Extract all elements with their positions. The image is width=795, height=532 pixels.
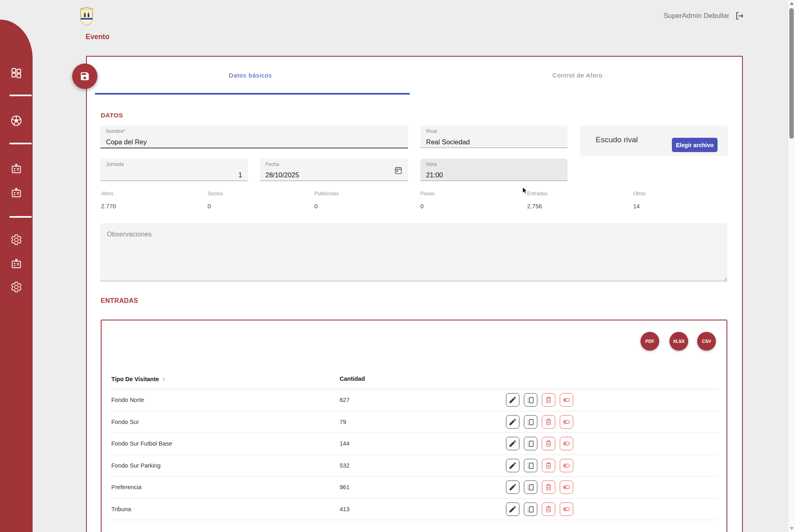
edit-row-button[interactable] <box>506 437 519 450</box>
sidebar-item-settings-gear-icon-2[interactable] <box>10 281 22 293</box>
logout-button[interactable] <box>734 11 745 21</box>
save-icon <box>80 71 90 82</box>
delete-row-button[interactable] <box>542 437 555 450</box>
table-row: Fondo Norte 627 <box>111 389 718 411</box>
duplicate-row-button[interactable] <box>524 459 537 472</box>
id-badge-icon-2 <box>10 187 22 199</box>
stat-value: 2.756 <box>527 203 625 210</box>
copy-icon <box>526 505 535 513</box>
soccer-ball-icon <box>10 115 22 127</box>
export-csv-button[interactable]: CSV <box>697 332 716 351</box>
export-xlsx-button[interactable]: XLSX <box>669 332 688 351</box>
scroll-up-arrow-icon[interactable] <box>790 2 794 5</box>
fecha-label: Fecha <box>265 161 279 167</box>
tab-control-de-aforo[interactable]: Control de Aforo <box>414 57 741 93</box>
duplicate-row-button[interactable] <box>524 502 537 516</box>
delete-icon <box>544 396 553 404</box>
save-button[interactable] <box>72 64 97 89</box>
export-pdf-button[interactable]: PDF <box>640 332 659 351</box>
duplicate-row-button[interactable] <box>524 437 537 450</box>
stat-label: Aforo <box>101 191 199 196</box>
visitor-type-cell: Preferencia <box>111 484 141 490</box>
delete-row-button[interactable] <box>542 459 555 472</box>
sidebar-item-soccer-ball-icon[interactable] <box>10 115 22 127</box>
hora-label: Hora <box>426 161 437 167</box>
quantity-cell: 79 <box>340 419 346 425</box>
id-badge-icon <box>10 163 22 175</box>
stat-label: Socios <box>208 191 305 196</box>
sidebar-item-dashboard-icon[interactable] <box>10 66 22 79</box>
settings-gear-icon <box>10 234 22 246</box>
hora-input[interactable] <box>426 171 562 179</box>
rival-field: Rival <box>420 126 568 148</box>
edit-icon <box>508 461 517 470</box>
delete-row-button[interactable] <box>542 393 555 407</box>
club-crest-logo <box>80 7 93 26</box>
copy-icon <box>526 396 535 404</box>
duplicate-row-button[interactable] <box>524 393 537 407</box>
sidebar-item-id-badge-icon-3[interactable] <box>10 258 22 270</box>
escudo-rival-label: Escudo rival <box>596 135 638 144</box>
row-actions <box>506 459 573 472</box>
datos-section-heading: DATOS <box>101 112 123 119</box>
toggle-icon <box>562 396 571 404</box>
jornada-input[interactable] <box>106 171 242 179</box>
edit-row-button[interactable] <box>506 459 519 472</box>
toggle-row-button[interactable] <box>560 481 573 494</box>
stat-entradas: Entradas 2.756 <box>527 191 625 210</box>
toggle-icon <box>562 439 571 448</box>
table-row: Preferencia 961 <box>111 477 718 499</box>
stat-label: Otros <box>633 191 731 196</box>
fecha-input[interactable] <box>265 171 390 179</box>
table-body: Fondo Norte 627 Fondo Sur 79 Fondo Sur F… <box>111 389 718 520</box>
toggle-row-button[interactable] <box>560 437 573 450</box>
rival-input[interactable] <box>426 138 562 146</box>
delete-row-button[interactable] <box>542 415 555 428</box>
column-header-tipo[interactable]: Tipo De Visitante↑ <box>111 375 166 382</box>
user-name: SuperAdmin Debullar <box>663 12 729 20</box>
stat-pases: Pases 0 <box>420 191 518 210</box>
edit-row-button[interactable] <box>506 393 519 407</box>
delete-row-button[interactable] <box>542 502 555 516</box>
sidebar-item-id-badge-icon[interactable] <box>10 163 22 175</box>
logout-icon <box>734 11 745 21</box>
table-row: Tribuna 413 <box>111 499 718 521</box>
edit-row-button[interactable] <box>506 502 519 516</box>
sidebar-divider <box>9 143 32 144</box>
sidebar-item-settings-gear-icon[interactable] <box>10 234 22 246</box>
toggle-icon <box>562 483 571 492</box>
column-header-cantidad[interactable]: Cantidad <box>340 375 365 382</box>
copy-icon <box>526 439 535 448</box>
toggle-row-button[interactable] <box>560 415 573 428</box>
calendar-picker-button[interactable] <box>393 166 403 175</box>
sort-ascending-icon: ↑ <box>162 375 166 382</box>
entradas-section-heading: ENTRADAS <box>101 297 138 305</box>
toggle-row-button[interactable] <box>560 459 573 472</box>
toggle-icon <box>562 505 571 513</box>
delete-icon <box>544 483 553 492</box>
quantity-cell: 961 <box>340 484 349 490</box>
duplicate-row-button[interactable] <box>524 415 537 428</box>
observaciones-textarea[interactable] <box>100 223 727 281</box>
visitors-table: Tipo De Visitante↑ Cantidad Fondo Norte … <box>111 370 718 520</box>
delete-icon <box>544 417 553 426</box>
jornada-label: Jornada <box>106 161 124 167</box>
delete-row-button[interactable] <box>542 481 555 494</box>
scroll-down-arrow-icon[interactable] <box>790 527 794 530</box>
table-row: Fondo Sur 79 <box>111 411 718 433</box>
tab-datos-basicos[interactable]: Datos básicos <box>87 57 414 93</box>
vertical-scrollbar[interactable] <box>788 0 795 532</box>
edit-row-button[interactable] <box>506 481 519 494</box>
sidebar-item-id-badge-icon-2[interactable] <box>10 187 22 199</box>
stat-aforo: Aforo 2.770 <box>101 191 199 210</box>
edit-row-button[interactable] <box>506 415 519 428</box>
duplicate-row-button[interactable] <box>524 481 537 494</box>
nombre-input[interactable] <box>106 138 402 146</box>
choose-file-button[interactable]: Elegir archivo <box>672 138 718 152</box>
id-badge-icon-3 <box>10 258 22 270</box>
toggle-row-button[interactable] <box>560 393 573 407</box>
table-row: Fondo Sur Parking 532 <box>111 455 718 477</box>
scrollbar-thumb[interactable] <box>789 8 794 139</box>
toggle-row-button[interactable] <box>560 502 573 516</box>
copy-icon <box>526 417 535 426</box>
